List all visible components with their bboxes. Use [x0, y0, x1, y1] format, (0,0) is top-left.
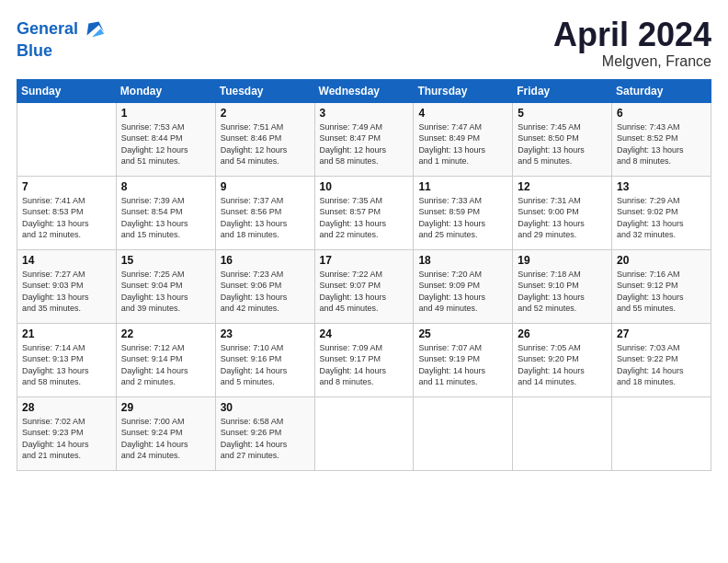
calendar-cell: 8Sunrise: 7:39 AM Sunset: 8:54 PM Daylig…: [116, 176, 215, 249]
day-info: Sunrise: 7:20 AM Sunset: 9:09 PM Dayligh…: [418, 269, 507, 315]
weekday-header: Saturday: [612, 79, 711, 102]
day-info: Sunrise: 7:18 AM Sunset: 9:10 PM Dayligh…: [518, 269, 607, 315]
day-info: Sunrise: 7:33 AM Sunset: 8:59 PM Dayligh…: [418, 195, 507, 241]
calendar-cell: 19Sunrise: 7:18 AM Sunset: 9:10 PM Dayli…: [513, 249, 612, 323]
day-number: 19: [518, 254, 607, 267]
day-number: 2: [221, 107, 310, 120]
calendar-week-row: 7Sunrise: 7:41 AM Sunset: 8:53 PM Daylig…: [17, 176, 711, 249]
header: General Blue April 2024 Melgven, France: [17, 17, 711, 70]
day-number: 1: [121, 107, 210, 120]
calendar-cell: 1Sunrise: 7:53 AM Sunset: 8:44 PM Daylig…: [116, 102, 215, 176]
day-info: Sunrise: 7:51 AM Sunset: 8:46 PM Dayligh…: [221, 121, 310, 167]
day-number: 9: [221, 180, 310, 193]
calendar-cell: 13Sunrise: 7:29 AM Sunset: 9:02 PM Dayli…: [612, 176, 711, 249]
day-info: Sunrise: 7:10 AM Sunset: 9:16 PM Dayligh…: [221, 342, 310, 388]
calendar-cell: 20Sunrise: 7:16 AM Sunset: 9:12 PM Dayli…: [612, 249, 711, 323]
day-number: 29: [121, 401, 210, 414]
day-number: 25: [418, 327, 507, 340]
day-info: Sunrise: 7:27 AM Sunset: 9:03 PM Dayligh…: [22, 269, 111, 315]
day-number: 5: [518, 107, 607, 120]
calendar-cell: 5Sunrise: 7:45 AM Sunset: 8:50 PM Daylig…: [513, 102, 612, 176]
day-info: Sunrise: 7:49 AM Sunset: 8:47 PM Dayligh…: [320, 121, 409, 167]
day-number: 10: [320, 180, 409, 193]
calendar-cell: 11Sunrise: 7:33 AM Sunset: 8:59 PM Dayli…: [414, 176, 513, 249]
day-info: Sunrise: 7:45 AM Sunset: 8:50 PM Dayligh…: [518, 121, 607, 167]
calendar-table: SundayMondayTuesdayWednesdayThursdayFrid…: [17, 79, 711, 471]
calendar-cell: [513, 396, 612, 470]
day-number: 15: [121, 254, 210, 267]
day-info: Sunrise: 7:47 AM Sunset: 8:49 PM Dayligh…: [418, 121, 507, 167]
day-info: Sunrise: 6:58 AM Sunset: 9:26 PM Dayligh…: [221, 416, 310, 462]
day-number: 3: [320, 107, 409, 120]
day-number: 13: [617, 180, 706, 193]
calendar-cell: 21Sunrise: 7:14 AM Sunset: 9:13 PM Dayli…: [17, 323, 117, 396]
calendar-cell: 18Sunrise: 7:20 AM Sunset: 9:09 PM Dayli…: [414, 249, 513, 323]
day-info: Sunrise: 7:25 AM Sunset: 9:04 PM Dayligh…: [121, 269, 210, 315]
day-number: 21: [22, 327, 111, 340]
calendar-cell: 9Sunrise: 7:37 AM Sunset: 8:56 PM Daylig…: [215, 176, 314, 249]
day-info: Sunrise: 7:16 AM Sunset: 9:12 PM Dayligh…: [617, 269, 706, 315]
calendar-cell: 4Sunrise: 7:47 AM Sunset: 8:49 PM Daylig…: [414, 102, 513, 176]
day-number: 8: [121, 180, 210, 193]
calendar-cell: 22Sunrise: 7:12 AM Sunset: 9:14 PM Dayli…: [116, 323, 215, 396]
day-number: 26: [518, 327, 607, 340]
calendar-cell: 30Sunrise: 6:58 AM Sunset: 9:26 PM Dayli…: [215, 396, 314, 470]
logo-text2: Blue: [17, 42, 52, 61]
day-number: 11: [418, 180, 507, 193]
month-title: April 2024: [553, 17, 711, 53]
day-number: 23: [221, 327, 310, 340]
calendar-cell: 14Sunrise: 7:27 AM Sunset: 9:03 PM Dayli…: [17, 249, 117, 323]
svg-marker-1: [92, 29, 104, 37]
day-info: Sunrise: 7:39 AM Sunset: 8:54 PM Dayligh…: [121, 195, 210, 241]
header-row: SundayMondayTuesdayWednesdayThursdayFrid…: [17, 79, 711, 102]
weekday-header: Tuesday: [215, 79, 314, 102]
day-info: Sunrise: 7:00 AM Sunset: 9:24 PM Dayligh…: [121, 416, 210, 462]
day-info: Sunrise: 7:41 AM Sunset: 8:53 PM Dayligh…: [22, 195, 111, 241]
day-info: Sunrise: 7:14 AM Sunset: 9:13 PM Dayligh…: [22, 342, 111, 388]
calendar-cell: 25Sunrise: 7:07 AM Sunset: 9:19 PM Dayli…: [414, 323, 513, 396]
day-info: Sunrise: 7:09 AM Sunset: 9:17 PM Dayligh…: [320, 342, 409, 388]
calendar-week-row: 21Sunrise: 7:14 AM Sunset: 9:13 PM Dayli…: [17, 323, 711, 396]
day-number: 4: [418, 107, 507, 120]
day-number: 17: [320, 254, 409, 267]
day-number: 7: [22, 180, 111, 193]
calendar-cell: 2Sunrise: 7:51 AM Sunset: 8:46 PM Daylig…: [215, 102, 314, 176]
day-info: Sunrise: 7:03 AM Sunset: 9:22 PM Dayligh…: [617, 342, 706, 388]
day-info: Sunrise: 7:22 AM Sunset: 9:07 PM Dayligh…: [320, 269, 409, 315]
day-info: Sunrise: 7:29 AM Sunset: 9:02 PM Dayligh…: [617, 195, 706, 241]
day-number: 12: [518, 180, 607, 193]
calendar-cell: 10Sunrise: 7:35 AM Sunset: 8:57 PM Dayli…: [314, 176, 414, 249]
day-info: Sunrise: 7:12 AM Sunset: 9:14 PM Dayligh…: [121, 342, 210, 388]
calendar-cell: [612, 396, 711, 470]
calendar-week-row: 14Sunrise: 7:27 AM Sunset: 9:03 PM Dayli…: [17, 249, 711, 323]
weekday-header: Friday: [513, 79, 612, 102]
calendar-cell: [17, 102, 117, 176]
calendar-cell: [414, 396, 513, 470]
day-number: 22: [121, 327, 210, 340]
weekday-header: Thursday: [414, 79, 513, 102]
day-number: 18: [418, 254, 507, 267]
day-number: 27: [617, 327, 706, 340]
day-info: Sunrise: 7:07 AM Sunset: 9:19 PM Dayligh…: [418, 342, 507, 388]
calendar-cell: 12Sunrise: 7:31 AM Sunset: 9:00 PM Dayli…: [513, 176, 612, 249]
calendar-body: 1Sunrise: 7:53 AM Sunset: 8:44 PM Daylig…: [17, 102, 711, 470]
calendar-cell: 3Sunrise: 7:49 AM Sunset: 8:47 PM Daylig…: [314, 102, 414, 176]
calendar-week-row: 28Sunrise: 7:02 AM Sunset: 9:23 PM Dayli…: [17, 396, 711, 470]
day-info: Sunrise: 7:23 AM Sunset: 9:06 PM Dayligh…: [221, 269, 310, 315]
logo-text: General: [17, 20, 78, 39]
day-info: Sunrise: 7:05 AM Sunset: 9:20 PM Dayligh…: [518, 342, 607, 388]
calendar-cell: [314, 396, 414, 470]
weekday-header: Sunday: [17, 79, 117, 102]
calendar-cell: 16Sunrise: 7:23 AM Sunset: 9:06 PM Dayli…: [215, 249, 314, 323]
day-number: 20: [617, 254, 706, 267]
title-area: April 2024 Melgven, France: [553, 17, 711, 70]
day-number: 24: [320, 327, 409, 340]
page: General Blue April 2024 Melgven, France …: [0, 0, 728, 563]
calendar-cell: 6Sunrise: 7:43 AM Sunset: 8:52 PM Daylig…: [612, 102, 711, 176]
calendar-cell: 28Sunrise: 7:02 AM Sunset: 9:23 PM Dayli…: [17, 396, 117, 470]
weekday-header: Wednesday: [314, 79, 414, 102]
weekday-header: Monday: [116, 79, 215, 102]
calendar-cell: 27Sunrise: 7:03 AM Sunset: 9:22 PM Dayli…: [612, 323, 711, 396]
calendar-cell: 26Sunrise: 7:05 AM Sunset: 9:20 PM Dayli…: [513, 323, 612, 396]
calendar-cell: 17Sunrise: 7:22 AM Sunset: 9:07 PM Dayli…: [314, 249, 414, 323]
